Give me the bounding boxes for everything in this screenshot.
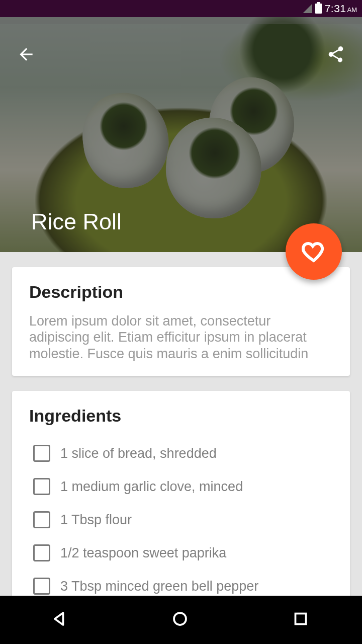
list-item: 1 slice of bread, shredded bbox=[29, 437, 333, 470]
ingredients-list: 1 slice of bread, shredded 1 medium garl… bbox=[29, 437, 333, 603]
list-item: 1 Tbsp flour bbox=[29, 503, 333, 536]
ingredient-checkbox[interactable] bbox=[33, 511, 50, 528]
list-item: 1 medium garlic clove, minced bbox=[29, 470, 333, 503]
list-item: 1/2 teaspoon sweet paprika bbox=[29, 536, 333, 570]
square-recents-icon bbox=[292, 610, 310, 628]
ingredient-checkbox[interactable] bbox=[33, 578, 50, 595]
ingredients-heading: Ingredients bbox=[29, 406, 333, 426]
ingredient-label: 1/2 teaspoon sweet paprika bbox=[60, 545, 226, 561]
ingredient-checkbox[interactable] bbox=[33, 445, 50, 462]
no-sim-icon bbox=[303, 4, 312, 13]
clock-ampm: AM bbox=[347, 6, 357, 14]
triangle-back-icon bbox=[50, 610, 68, 628]
recipe-title: Rice Roll bbox=[31, 209, 122, 235]
clock-time: 7:31 bbox=[325, 3, 346, 14]
ingredient-label: 1 medium garlic clove, minced bbox=[60, 479, 243, 495]
ingredients-card: Ingredients 1 slice of bread, shredded 1… bbox=[12, 391, 350, 608]
ingredient-label: 3 Tbsp minced green bell pepper bbox=[60, 579, 258, 594]
nav-back-button[interactable] bbox=[50, 610, 70, 630]
battery-icon bbox=[315, 4, 322, 14]
hero-top-strip bbox=[0, 17, 362, 24]
description-heading: Description bbox=[29, 282, 333, 302]
ingredient-checkbox[interactable] bbox=[33, 544, 50, 561]
ingredient-label: 1 slice of bread, shredded bbox=[60, 446, 217, 461]
back-button[interactable] bbox=[14, 42, 38, 66]
share-button[interactable] bbox=[324, 42, 348, 66]
nav-home-button[interactable] bbox=[171, 610, 191, 630]
nav-recents-button[interactable] bbox=[292, 610, 312, 630]
ingredient-label: 1 Tbsp flour bbox=[60, 512, 132, 528]
description-card: Description Lorem ipsum dolor sit amet, … bbox=[12, 267, 350, 376]
hero-image: Rice Roll bbox=[0, 17, 362, 252]
svg-point-0 bbox=[174, 613, 186, 625]
content-scroll[interactable]: Description Lorem ipsum dolor sit amet, … bbox=[0, 252, 362, 644]
android-nav-bar bbox=[0, 596, 362, 644]
share-icon bbox=[326, 45, 345, 64]
circle-home-icon bbox=[171, 610, 189, 628]
ingredient-checkbox[interactable] bbox=[33, 478, 50, 495]
description-body: Lorem ipsum dolor sit amet, consectetur … bbox=[29, 313, 333, 362]
svg-rect-1 bbox=[296, 614, 306, 624]
favorite-fab[interactable] bbox=[286, 223, 342, 280]
android-status-bar: 7:31AM bbox=[0, 0, 362, 17]
heart-icon bbox=[302, 239, 326, 264]
status-time: 7:31AM bbox=[325, 3, 357, 15]
arrow-left-icon bbox=[17, 45, 36, 64]
